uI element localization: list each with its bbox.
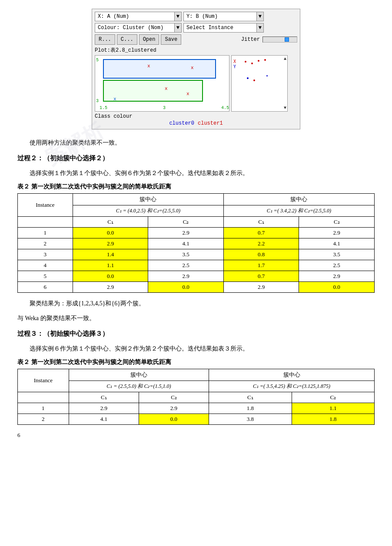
point-2: x <box>191 65 194 70</box>
table3-col-instance <box>18 392 69 403</box>
table2-col-rc1: C₁ <box>223 217 299 228</box>
process3-body: 选择实例６作为第１个簇中心、实例２作为第２个簇中心。迭代结果如表３所示。 <box>17 343 375 354</box>
page-number: 6 <box>17 432 375 439</box>
table2-cell-rc1-5: 0.7 <box>223 271 299 282</box>
table2-cell-lc1-1: 0.0 <box>73 228 148 238</box>
table3-row-2: 24.10.03.81.8 <box>18 414 375 424</box>
table2-row-2: 22.94.12.24.1 <box>18 238 375 249</box>
table2-cell-rc2-3: 3.5 <box>299 249 375 260</box>
jitter-thumb <box>285 37 289 42</box>
table3-col-lc1: C₁ <box>69 392 139 403</box>
table3-col-lc2: C₂ <box>139 392 209 403</box>
table2-cell-rc1-6: 2.9 <box>223 282 299 293</box>
mini-y-label: Y <box>233 64 236 69</box>
table2-cell-lc1-4: 1.1 <box>73 260 148 271</box>
main-plot: 5 3 1.5 3 4.5 x x x x x <box>95 55 229 112</box>
process3-heading: 过程３：（初始簇中心选择３） <box>17 328 375 340</box>
conclusion2-1: 聚类结果为：形成{1,2,3,4,5}和{6}两个簇。 <box>17 298 375 309</box>
table3-col-rc2: C₂ <box>292 392 375 403</box>
table2-title: 表２ 第一次到第二次迭代中实例与簇之间的简单欧氏距离 <box>17 183 375 191</box>
y-label-5: 5 <box>96 58 99 63</box>
table3-cell-lc1-1: 2.9 <box>69 403 139 414</box>
process2-heading: 过程２：（初始簇中心选择２） <box>17 152 375 164</box>
r-button[interactable]: R... <box>95 34 115 45</box>
table3-right-group-header: 簇中心 <box>209 369 375 381</box>
point-1: x <box>147 63 150 69</box>
table3-row-1: 12.92.91.81.1 <box>18 403 375 414</box>
c-button[interactable]: C... <box>117 34 137 45</box>
mini-plot: ▲ ▼ X Y <box>231 55 288 112</box>
table2-right-formula: C₁ =( 3.4,2.2) 和 C₂=(2.5,5.0) <box>223 205 374 217</box>
select-instance-dropdown[interactable]: Select Instance ▼ <box>183 23 264 33</box>
table3-left-formula: C₁ = (2.5,5.0) 和 C₂=(1.5,1.0) <box>69 381 209 392</box>
table2-header-group: Instance 簇中心 簇中心 <box>18 194 375 205</box>
table3-cell-lc2-2: 0.0 <box>139 414 209 424</box>
table2-cell-lc1-6: 2.9 <box>73 282 148 293</box>
table3-cell-lc2-1: 2.9 <box>139 403 209 414</box>
table2-cell-lc1-3: 1.4 <box>73 249 148 260</box>
table3-instance-header: Instance <box>18 369 69 392</box>
plot-area: 5 3 1.5 3 4.5 x x x x x ▲ ▼ <box>95 55 297 112</box>
jitter-slider[interactable] <box>262 36 297 43</box>
table2-cell-instance-5: 5 <box>18 271 73 282</box>
table2-cell-lc2-1: 2.9 <box>148 228 224 238</box>
table2-col-lc1: C₁ <box>73 217 148 228</box>
cluster0-rect <box>103 59 216 79</box>
table2-row-5: 50.02.90.72.9 <box>18 271 375 282</box>
table3-cell-lc1-2: 4.1 <box>69 414 139 424</box>
table3-col-headers: C₁ C₂ C₁ C₂ <box>18 392 375 403</box>
mini-dot-4 <box>264 59 266 61</box>
table2-left-formula: C₁ = (4.0,2.5) 和 C₂=(2.5,5.0) <box>73 205 223 217</box>
weka-widget: X: A (Num) ▼ Y: B (Num) ▼ Colour: Cluste… <box>92 9 300 129</box>
process2-body: 选择实例１作为第１个簇中心、实例６作为第２个簇中心。迭代结果如表２所示。 <box>17 168 375 179</box>
table3-left-group-header: 簇中心 <box>69 369 209 381</box>
table2-right-group-header: 簇中心 <box>223 194 374 205</box>
open-button[interactable]: Open <box>139 34 159 45</box>
colour-dropdown[interactable]: Colour: Cluster (Nom) ▼ <box>95 23 182 33</box>
buttons-row: R... C... Open Save Jitter <box>95 34 297 45</box>
colour-row: Colour: Cluster (Nom) ▼ Select Instance … <box>95 23 297 33</box>
plot-label: Plot:表2.8_clustered <box>95 46 297 54</box>
y-label-3: 3 <box>96 99 99 103</box>
table3-col-rc1: C₁ <box>209 392 292 403</box>
table2-cell-rc2-2: 4.1 <box>299 238 375 249</box>
table2-cell-lc1-5: 0.0 <box>73 271 148 282</box>
table2-row-3: 31.43.50.83.5 <box>18 249 375 260</box>
y-dropdown[interactable]: Y: B (Num) ▼ <box>183 12 264 21</box>
mini-dot-6 <box>253 79 255 81</box>
table3-body: 12.92.91.81.124.10.03.81.8 <box>18 403 375 424</box>
scroll-up[interactable]: ▲ <box>284 56 286 61</box>
table2-cell-lc2-3: 3.5 <box>148 249 224 260</box>
table2-cell-lc2-4: 2.5 <box>148 260 224 271</box>
line1-text: 使用两种方法的聚类结果不一致。 <box>17 137 375 148</box>
table2-cell-rc1-3: 0.8 <box>223 249 299 260</box>
table2-instance-header: Instance <box>18 194 73 217</box>
mini-dot-2 <box>251 63 253 64</box>
scroll-down[interactable]: ▼ <box>284 106 286 110</box>
table3-cell-rc1-2: 3.8 <box>209 414 292 424</box>
table3-cell-rc2-2: 1.8 <box>292 414 375 424</box>
table2-cell-rc2-1: 2.9 <box>299 228 375 238</box>
table2-cell-rc1-1: 0.7 <box>223 228 299 238</box>
cluster-labels: cluster0 cluster1 <box>95 120 297 126</box>
mini-dot-5 <box>247 77 249 79</box>
table2-cell-instance-6: 6 <box>18 282 73 293</box>
x-dropdown-arrow: ▼ <box>174 12 181 21</box>
save-button[interactable]: Save <box>161 34 181 45</box>
x-dropdown[interactable]: X: A (Num) ▼ <box>95 12 182 21</box>
cluster1-rect <box>103 80 203 102</box>
table3-header-group: Instance 簇中心 簇中心 <box>18 369 375 381</box>
y-axis-labels: 5 3 <box>96 58 99 103</box>
xy-row: X: A (Num) ▼ Y: B (Num) ▼ <box>95 12 297 21</box>
table3-subheader: C₁ = (2.5,5.0) 和 C₂=(1.5,1.0) C₁ =( 3.5,… <box>18 381 375 392</box>
table2-cell-lc2-5: 2.9 <box>148 271 224 282</box>
table2-body: 10.02.90.72.922.94.12.24.131.43.50.83.54… <box>18 228 375 293</box>
mini-dot-3 <box>258 60 259 62</box>
table2-cell-rc2-4: 2.5 <box>299 260 375 271</box>
table2-cell-instance-4: 4 <box>18 260 73 271</box>
conclusion2-2: 与 Weka 的聚类结果不一致。 <box>17 313 375 324</box>
cluster1-label: cluster1 <box>198 120 223 126</box>
x-label-4-5: 4.5 <box>221 106 229 110</box>
table2-col-headers: C₁ C₂ C₁ C₂ <box>18 217 375 228</box>
jitter-control: Jitter <box>241 36 297 43</box>
